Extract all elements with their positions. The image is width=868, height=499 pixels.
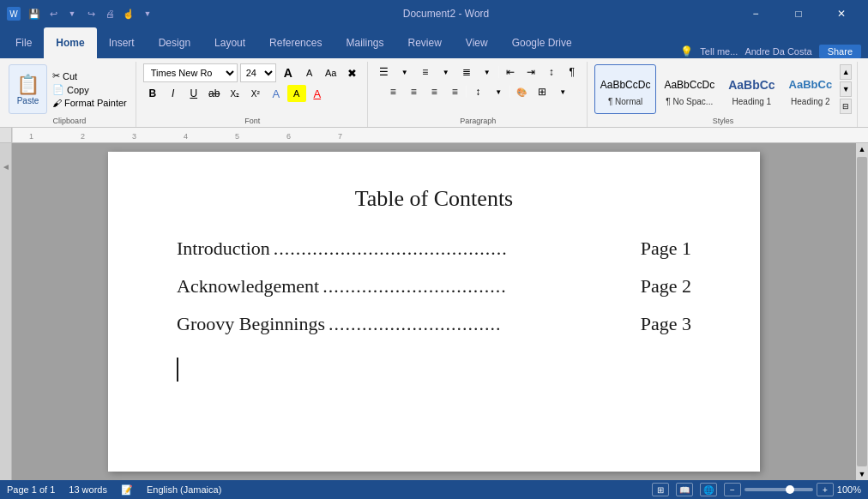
style-heading2[interactable]: AaBbCc Heading 2 <box>783 64 839 114</box>
multilevel-arrow-btn[interactable]: ▼ <box>478 63 497 81</box>
user-name: Andre Da Costa <box>744 46 811 57</box>
tab-mailings[interactable]: Mailings <box>334 27 395 58</box>
change-case-btn[interactable]: Aa <box>322 63 341 82</box>
text-cursor <box>177 358 178 382</box>
align-left-btn[interactable]: ≡ <box>383 83 402 100</box>
zoom-in-btn[interactable]: + <box>817 483 834 496</box>
numbering-btn[interactable]: ≡ <box>416 63 435 81</box>
bullets-arrow-btn[interactable]: ▼ <box>395 63 414 81</box>
svg-text:3: 3 <box>132 132 136 141</box>
format-painter-button[interactable]: 🖌 Format Painter <box>49 97 130 109</box>
decrease-indent-btn[interactable]: ⇤ <box>501 63 520 81</box>
close-btn[interactable]: ✕ <box>822 0 861 27</box>
styles-expand-btn[interactable]: ⊟ <box>840 99 852 114</box>
toc-dots-groovy: ............................... <box>329 313 637 335</box>
tab-insert[interactable]: Insert <box>97 27 147 58</box>
print-preview-btn[interactable]: 🖨 <box>101 5 118 22</box>
bold-btn[interactable]: B <box>143 85 162 102</box>
print-layout-btn[interactable]: ⊞ <box>652 483 669 496</box>
tab-design[interactable]: Design <box>147 27 202 58</box>
tab-view[interactable]: View <box>454 27 500 58</box>
line-spacing-btn[interactable]: ↕ <box>468 83 487 100</box>
minimize-btn[interactable]: − <box>736 0 775 27</box>
text-effect-btn[interactable]: A <box>267 85 286 102</box>
font-size-select[interactable]: 24 <box>240 63 276 82</box>
font-name-select[interactable]: Times New Ro <box>143 63 238 82</box>
styles-scroll-down[interactable]: ▼ <box>840 81 852 97</box>
borders-arrow-btn[interactable]: ▼ <box>553 83 572 100</box>
font-color-btn[interactable]: A <box>308 85 327 102</box>
scroll-thumb[interactable] <box>857 157 867 466</box>
cut-button[interactable]: ✂ Cut <box>49 69 130 82</box>
highlight-btn[interactable]: A <box>287 85 306 102</box>
strikethrough-btn[interactable]: ab <box>205 85 224 102</box>
word-count: 13 words <box>69 484 107 495</box>
align-center-btn[interactable]: ≡ <box>404 83 423 100</box>
style-no-spacing-preview: AaBbCcDc <box>664 73 714 97</box>
scroll-down-btn[interactable]: ▼ <box>856 468 868 480</box>
tell-me-input[interactable]: Tell me... <box>700 46 738 57</box>
read-mode-btn[interactable]: 📖 <box>676 483 693 496</box>
zoom-slider[interactable] <box>744 488 813 491</box>
undo-arrow-btn[interactable]: ▼ <box>63 5 81 22</box>
increase-indent-btn[interactable]: ⇥ <box>521 63 540 81</box>
tab-home[interactable]: Home <box>44 27 96 58</box>
svg-text:1: 1 <box>29 132 33 141</box>
grow-font-btn[interactable]: A <box>279 63 298 82</box>
scrollbar-right: ▲ ▼ <box>856 143 868 480</box>
tab-file[interactable]: File <box>3 27 44 58</box>
tab-layout[interactable]: Layout <box>202 27 257 58</box>
justify-btn[interactable]: ≡ <box>445 83 464 100</box>
share-button[interactable]: Share <box>819 45 861 58</box>
styles-controls: AaBbCcDc ¶ Normal AaBbCcDc ¶ No Spac... … <box>594 63 852 115</box>
zoom-out-btn[interactable]: − <box>724 483 741 496</box>
paste-button[interactable]: 📋 Paste <box>9 64 47 114</box>
svg-text:5: 5 <box>235 132 239 141</box>
italic-btn[interactable]: I <box>164 85 183 102</box>
zoom-thumb[interactable] <box>786 485 794 494</box>
tab-google-drive[interactable]: Google Drive <box>500 27 584 58</box>
subscript-btn[interactable]: X₂ <box>226 85 244 102</box>
style-normal[interactable]: AaBbCcDc ¶ Normal <box>594 64 657 114</box>
scroll-up-btn[interactable]: ▲ <box>856 143 868 155</box>
undo-quick-btn[interactable]: ↩ <box>45 5 62 22</box>
tab-references[interactable]: References <box>257 27 334 58</box>
numbering-arrow-btn[interactable]: ▼ <box>437 63 455 81</box>
line-spacing-arrow-btn[interactable]: ▼ <box>489 83 508 100</box>
style-heading1[interactable]: AaBbCc Heading 1 <box>722 64 781 114</box>
shading-btn[interactable]: 🎨 <box>512 83 531 100</box>
quick-access-toolbar: 💾 ↩ ▼ ↪ 🖨 ☝ ▼ <box>26 5 156 22</box>
select-button[interactable]: ⊹ Select ▼ <box>865 98 868 112</box>
web-layout-btn[interactable]: 🌐 <box>700 483 717 496</box>
customize-quick-btn[interactable]: ▼ <box>139 5 156 22</box>
tab-review[interactable]: Review <box>395 27 453 58</box>
format-painter-icon: 🖌 <box>52 98 62 108</box>
font-name-row: Times New Ro 24 A A Aa ✖ <box>143 63 362 82</box>
find-button[interactable]: 🔍 Find ▼ <box>865 66 868 81</box>
restore-btn[interactable]: □ <box>779 0 818 27</box>
multilevel-btn[interactable]: ≣ <box>457 63 476 81</box>
clear-format-btn[interactable]: ✖ <box>343 63 362 82</box>
touch-mode-btn[interactable]: ☝ <box>120 5 137 22</box>
editing-controls: 🔍 Find ▼ ↔ Replace ⊹ Select ▼ <box>865 63 868 115</box>
align-right-btn[interactable]: ≡ <box>425 83 443 100</box>
bullets-btn[interactable]: ☰ <box>375 63 394 81</box>
shrink-font-btn[interactable]: A <box>300 63 319 82</box>
borders-btn[interactable]: ⊞ <box>533 83 552 100</box>
ruler-left-side <box>0 128 12 142</box>
save-quick-btn[interactable]: 💾 <box>26 5 43 22</box>
style-no-spacing[interactable]: AaBbCcDc ¶ No Spac... <box>658 64 720 114</box>
sort-btn[interactable]: ↕ <box>542 63 561 81</box>
show-formatting-btn[interactable]: ¶ <box>563 63 582 81</box>
clipboard-label: Clipboard <box>53 117 87 127</box>
styles-scroll-up[interactable]: ▲ <box>840 64 852 80</box>
underline-btn[interactable]: U <box>184 85 203 102</box>
replace-button[interactable]: ↔ Replace <box>865 82 868 96</box>
ruler-svg: 1 2 3 4 5 6 7 <box>12 128 868 142</box>
copy-button[interactable]: 📄 Copy <box>49 83 130 96</box>
page-area[interactable]: Table of Contents Introduction .........… <box>12 143 856 480</box>
redo-quick-btn[interactable]: ↪ <box>82 5 99 22</box>
ribbon: File Home Insert Design Layout Reference… <box>0 27 868 128</box>
toc-text-introduction: Introduction <box>177 237 270 260</box>
superscript-btn[interactable]: X² <box>246 85 265 102</box>
